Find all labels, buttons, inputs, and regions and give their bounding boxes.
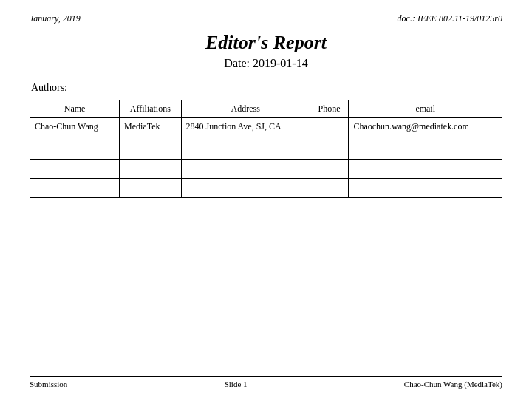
- col-header-address: Address: [181, 100, 310, 118]
- cell-address-0: 2840 Junction Ave, SJ, CA: [181, 118, 310, 140]
- header: January, 2019 doc.: IEEE 802.11-19/0125r…: [30, 13, 502, 24]
- footer-author: Chao-Chun Wang (MediaTek): [404, 380, 502, 389]
- table-header-row: Name Affiliations Address Phone email: [30, 100, 502, 118]
- cell-affiliations-3: [120, 179, 181, 198]
- header-date: January, 2019: [30, 13, 81, 24]
- footer: Submission Slide 1 Chao-Chun Wang (Media…: [30, 376, 502, 389]
- main-title: Editor's Report: [30, 32, 502, 54]
- cell-address-2: [181, 160, 310, 179]
- cell-affiliations-2: [120, 160, 181, 179]
- cell-name-1: [30, 140, 120, 160]
- cell-phone-3: [310, 179, 349, 198]
- footer-submission: Submission: [30, 380, 67, 389]
- cell-email-1: [349, 140, 502, 160]
- table-row: [30, 179, 502, 198]
- col-header-email: email: [349, 100, 502, 118]
- cell-email-0: Chaochun.wang@mediatek.com: [349, 118, 502, 140]
- cell-phone-2: [310, 160, 349, 179]
- authors-table: Name Affiliations Address Phone email Ch…: [30, 100, 502, 198]
- col-header-phone: Phone: [310, 100, 349, 118]
- cell-phone-1: [310, 140, 349, 160]
- cell-affiliations-0: MediaTek: [120, 118, 181, 140]
- cell-name-3: [30, 179, 120, 198]
- authors-label: Authors:: [31, 82, 502, 94]
- cell-phone-0: [310, 118, 349, 140]
- col-header-name: Name: [30, 100, 120, 118]
- table-row: [30, 140, 502, 160]
- col-header-affiliations: Affiliations: [120, 100, 181, 118]
- cell-email-3: [349, 179, 502, 198]
- table-row: [30, 160, 502, 179]
- cell-name-0: Chao-Chun Wang: [30, 118, 120, 140]
- title-section: Editor's Report Date: 2019-01-14: [30, 32, 502, 70]
- cell-email-2: [349, 160, 502, 179]
- cell-address-1: [181, 140, 310, 160]
- footer-slide: Slide 1: [225, 380, 248, 389]
- page: January, 2019 doc.: IEEE 802.11-19/0125r…: [0, 0, 532, 399]
- cell-address-3: [181, 179, 310, 198]
- subtitle: Date: 2019-01-14: [30, 57, 502, 70]
- header-doc: doc.: IEEE 802.11-19/0125r0: [398, 13, 502, 24]
- table-row: Chao-Chun Wang MediaTek 2840 Junction Av…: [30, 118, 502, 140]
- cell-name-2: [30, 160, 120, 179]
- cell-affiliations-1: [120, 140, 181, 160]
